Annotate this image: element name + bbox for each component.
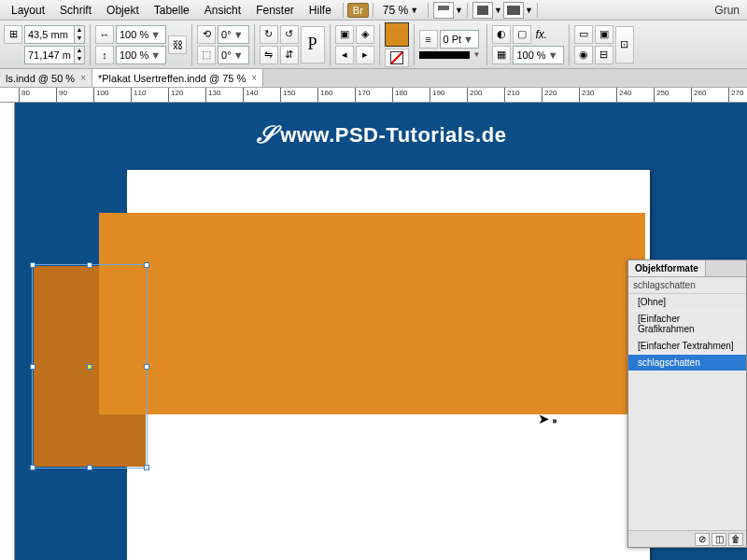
- menu-font[interactable]: Schrift: [52, 4, 99, 17]
- chevron-down-icon[interactable]: ▼: [232, 49, 246, 61]
- ruler-tick: 90: [56, 88, 57, 103]
- divider: [254, 24, 255, 65]
- scale-y-icon: ↕: [95, 46, 114, 64]
- resize-handle[interactable]: [30, 364, 35, 370]
- vertical-ruler[interactable]: [0, 103, 15, 560]
- menu-window[interactable]: Fenster: [248, 4, 302, 17]
- crop-icon[interactable]: ⊡: [615, 26, 634, 63]
- opacity-icon: ▦: [492, 46, 511, 64]
- resize-handle[interactable]: [144, 262, 149, 268]
- x-position-field[interactable]: ▲▼: [24, 25, 85, 44]
- rotate-cw-icon[interactable]: ↻: [260, 25, 278, 44]
- select-prev-icon[interactable]: ◂: [335, 46, 354, 64]
- chevron-down-icon[interactable]: ▼: [148, 49, 162, 61]
- menu-help[interactable]: Hilfe: [302, 4, 339, 17]
- panel-tab[interactable]: Objektformate: [628, 260, 706, 276]
- text-wrap-shape-icon[interactable]: ◉: [574, 46, 593, 64]
- chevron-down-icon[interactable]: ▼: [546, 49, 560, 61]
- flip-v-icon[interactable]: ⇵: [280, 46, 299, 64]
- menu-separator: [428, 3, 429, 18]
- chevron-down-icon[interactable]: ▼: [232, 29, 246, 40]
- main-menu-bar: Layout Schrift Objekt Tabelle Ansicht Fe…: [0, 0, 747, 21]
- opacity-field[interactable]: 100 %▼: [513, 46, 563, 64]
- chevron-down-icon[interactable]: ▼: [461, 34, 475, 45]
- text-wrap-bounding-icon[interactable]: ▣: [595, 25, 613, 44]
- stepper-up-icon[interactable]: ▲: [74, 26, 84, 35]
- menu-object[interactable]: Objekt: [99, 4, 147, 17]
- menu-view[interactable]: Ansicht: [197, 4, 248, 17]
- stepper-up-icon[interactable]: ▲: [74, 47, 84, 55]
- ruler-tick: 200: [467, 88, 468, 103]
- style-item-graphic-frame[interactable]: [Einfacher Grafikrahmen: [628, 311, 746, 338]
- drop-shadow-icon[interactable]: ▢: [513, 25, 531, 44]
- text-wrap-jump-icon[interactable]: ⊟: [595, 46, 613, 64]
- delete-style-icon[interactable]: 🗑: [728, 533, 743, 546]
- ruler-tick: 250: [654, 88, 655, 103]
- close-icon[interactable]: ×: [80, 73, 86, 83]
- x-position-input[interactable]: [25, 29, 74, 40]
- style-item-none[interactable]: [Ohne]: [628, 294, 746, 311]
- new-style-icon[interactable]: ◫: [712, 533, 726, 546]
- workspace-label[interactable]: Grun: [714, 4, 743, 17]
- ruler-tick: 240: [616, 88, 617, 103]
- document-tab[interactable]: *Plakat Usertreffen.indd @ 75 % ×: [92, 69, 263, 87]
- menu-layout[interactable]: Layout: [4, 4, 52, 17]
- close-icon[interactable]: ×: [251, 73, 257, 83]
- style-filter[interactable]: schlagschatten: [628, 277, 746, 294]
- chevron-down-icon[interactable]: ▼: [472, 50, 483, 59]
- flip-h-icon[interactable]: ⇋: [260, 46, 278, 64]
- document-tab[interactable]: ls.indd @ 50 % ×: [0, 69, 92, 87]
- center-handle[interactable]: [87, 364, 92, 370]
- menu-table[interactable]: Tabelle: [147, 4, 197, 17]
- text-wrap-none-icon[interactable]: ▭: [574, 25, 593, 44]
- style-list: [Ohne] [Einfacher Grafikrahmen [Einfache…: [628, 294, 746, 371]
- shear-field[interactable]: 0°▼: [218, 46, 248, 64]
- fx-icon[interactable]: fx.: [533, 28, 549, 41]
- view-mode-button[interactable]: [503, 2, 524, 19]
- effects-icon[interactable]: ◐: [492, 25, 511, 44]
- chevron-down-icon[interactable]: ▼: [494, 6, 502, 15]
- rotate-field[interactable]: 0°▼: [218, 25, 248, 44]
- stroke-weight-field[interactable]: 0 Pt▼: [440, 30, 479, 49]
- resize-handle[interactable]: [144, 364, 149, 370]
- fill-color-swatch[interactable]: [385, 22, 409, 47]
- clear-override-icon[interactable]: ⊘: [695, 533, 710, 546]
- y-position-input[interactable]: [25, 49, 74, 61]
- ruler-tick: 220: [542, 88, 543, 103]
- resize-handle[interactable]: [30, 465, 35, 470]
- chevron-down-icon[interactable]: ▼: [455, 6, 463, 15]
- horizontal-ruler[interactable]: 8090100110120130140150160170180190200210…: [0, 88, 747, 103]
- bridge-button[interactable]: Br: [347, 3, 369, 18]
- rotate-ccw-icon[interactable]: ↺: [280, 25, 299, 44]
- select-container-icon[interactable]: ▣: [335, 25, 354, 44]
- select-next-icon[interactable]: ▸: [356, 46, 374, 64]
- zoom-level-dropdown[interactable]: 75 % ▼: [377, 4, 424, 17]
- no-fill-icon[interactable]: [385, 49, 409, 67]
- scale-x-field[interactable]: 100 %▼: [116, 25, 166, 44]
- tab-label: ls.indd @ 50 %: [6, 73, 75, 84]
- constrain-link-icon[interactable]: ⛓: [168, 35, 187, 54]
- scale-y-field[interactable]: 100 %▼: [116, 46, 166, 64]
- ruler-tick: 270: [728, 88, 729, 103]
- resize-handle[interactable]: [87, 262, 92, 268]
- y-position-field[interactable]: ▲▼: [24, 46, 85, 64]
- selection-frame[interactable]: [32, 264, 148, 469]
- arrange-docs-button[interactable]: [472, 2, 493, 19]
- select-content-icon[interactable]: ◈: [356, 25, 374, 44]
- stepper-down-icon[interactable]: ▼: [74, 35, 84, 43]
- stepper-down-icon[interactable]: ▼: [74, 55, 84, 63]
- chevron-down-icon[interactable]: ▼: [525, 6, 533, 15]
- resize-handle[interactable]: [87, 465, 92, 470]
- ruler-tick: 120: [168, 88, 169, 103]
- orange-shape-main[interactable]: [99, 213, 645, 414]
- divider: [569, 24, 570, 65]
- reference-point-icon[interactable]: ⊞: [4, 25, 22, 44]
- paragraph-icon[interactable]: P: [301, 26, 325, 63]
- resize-handle[interactable]: [144, 465, 149, 470]
- resize-handle[interactable]: [30, 262, 35, 268]
- screen-mode-button[interactable]: [433, 2, 454, 19]
- chevron-down-icon[interactable]: ▼: [148, 29, 162, 40]
- stroke-style-dropdown[interactable]: [419, 51, 470, 59]
- style-item-text-frame[interactable]: [Einfacher Textrahmen]: [628, 338, 746, 355]
- style-item-schlagschatten[interactable]: schlagschatten: [628, 355, 746, 371]
